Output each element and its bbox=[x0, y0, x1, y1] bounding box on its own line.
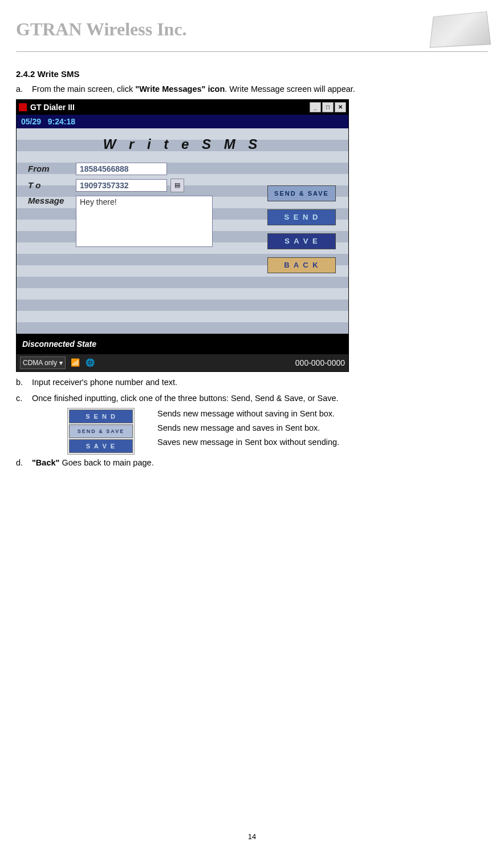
send-save-button[interactable]: SEND & SAVE bbox=[267, 185, 336, 201]
date-time-bar: 05/29 9:24:18 bbox=[17, 115, 348, 128]
app-icon bbox=[19, 103, 27, 111]
send-button[interactable]: S E N D bbox=[267, 209, 336, 225]
bottom-bar: CDMA only▾ 📶 🌐 000-000-0000 bbox=[17, 354, 348, 371]
from-label: From bbox=[20, 164, 76, 173]
pc-card-image bbox=[429, 11, 491, 48]
mini-send-button: S E N D bbox=[69, 410, 133, 423]
page-header: GTRAN Wireless Inc. bbox=[16, 11, 488, 47]
button-descriptions: S E N D SEND & SAVE S A V E Sends new me… bbox=[16, 408, 488, 455]
to-input[interactable]: 19097357332 bbox=[76, 179, 167, 192]
screen-title: W r i t e S M S bbox=[20, 136, 345, 152]
header-divider bbox=[16, 51, 488, 52]
from-input[interactable]: 18584566888 bbox=[76, 163, 167, 175]
mini-sendsave-button: SEND & SAVE bbox=[69, 424, 133, 438]
status-bar: Disconnected State bbox=[17, 334, 348, 354]
titlebar: GT Dialer III _ □ ✕ bbox=[17, 100, 348, 115]
sendsave-description: Sends new message and saves in Sent box. bbox=[157, 423, 339, 432]
contacts-button[interactable]: ▤ bbox=[170, 179, 184, 192]
step-a: a. From the main screen, click "Write Me… bbox=[16, 83, 488, 96]
mini-save-button: S A V E bbox=[69, 439, 133, 453]
to-label: T o bbox=[20, 180, 76, 190]
section-heading: 2.4.2 Write SMS bbox=[16, 69, 488, 79]
button-stack-image: S E N D SEND & SAVE S A V E bbox=[67, 408, 135, 455]
mode-select[interactable]: CDMA only▾ bbox=[20, 357, 66, 369]
message-input[interactable]: Hey there! bbox=[76, 196, 213, 247]
phone-number: 000-000-0000 bbox=[295, 358, 345, 367]
step-b: b. Input receiver's phone number and tex… bbox=[16, 377, 488, 389]
chevron-down-icon: ▾ bbox=[59, 359, 63, 367]
maximize-button[interactable]: □ bbox=[322, 102, 334, 112]
message-label: Message bbox=[20, 196, 76, 205]
step-c: c. Once finished inputting, click one of… bbox=[16, 392, 488, 405]
save-button[interactable]: S A V E bbox=[267, 233, 336, 249]
signal-icon: 📶 bbox=[70, 358, 80, 368]
minimize-button[interactable]: _ bbox=[310, 102, 321, 112]
close-button[interactable]: ✕ bbox=[335, 102, 346, 112]
page-number: 14 bbox=[0, 832, 504, 841]
back-button[interactable]: B A C K bbox=[267, 257, 336, 273]
app-window: GT Dialer III _ □ ✕ 05/29 9:24:18 W r i … bbox=[16, 99, 349, 372]
content-area: W r i t e S M S From 18584566888 T o 190… bbox=[17, 128, 348, 334]
save-description: Saves new message in Sent box without se… bbox=[157, 438, 339, 447]
globe-icon: 🌐 bbox=[85, 358, 95, 368]
contacts-icon: ▤ bbox=[174, 181, 180, 189]
app-title: GT Dialer III bbox=[30, 103, 75, 112]
step-d: d. "Back" Goes back to main page. bbox=[16, 457, 488, 469]
send-description: Sends new message without saving in Sent… bbox=[157, 409, 339, 418]
company-name: GTRAN Wireless Inc. bbox=[16, 19, 187, 40]
